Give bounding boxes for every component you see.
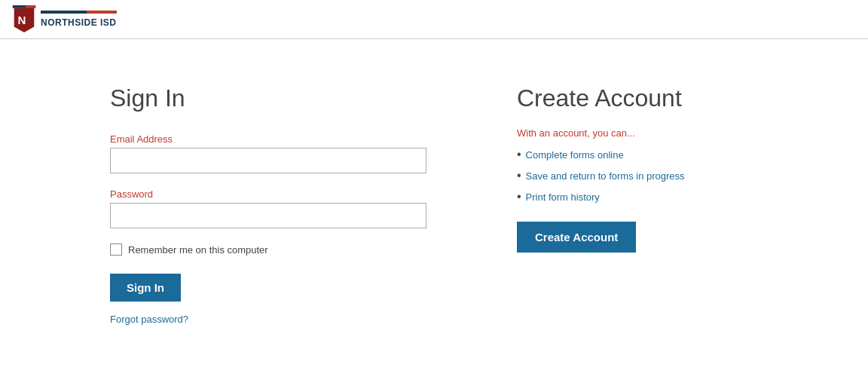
create-account-title: Create Account bbox=[517, 84, 758, 112]
signin-button[interactable]: Sign In bbox=[110, 274, 181, 302]
email-form-group: Email Address bbox=[110, 133, 426, 173]
feature-item-1: Complete forms online bbox=[517, 148, 758, 161]
feature-label-3: Print form history bbox=[526, 191, 600, 203]
svg-rect-1 bbox=[26, 5, 35, 8]
feature-label-2: Save and return to forms in progress bbox=[526, 170, 685, 182]
logo-text-block: NORTHSIDE ISD bbox=[41, 11, 117, 29]
main-content: Sign In Email Address Password Remember … bbox=[0, 39, 868, 392]
remember-checkbox[interactable] bbox=[110, 243, 122, 256]
features-list: Complete forms online Save and return to… bbox=[517, 148, 758, 204]
northside-isd-logo-icon: N bbox=[12, 5, 36, 34]
signin-title: Sign In bbox=[110, 84, 426, 112]
password-form-group: Password bbox=[110, 188, 426, 228]
create-account-button[interactable]: Create Account bbox=[517, 222, 636, 253]
password-label: Password bbox=[110, 188, 426, 200]
content-wrapper: Sign In Email Address Password Remember … bbox=[110, 84, 758, 325]
logo-bar bbox=[41, 11, 117, 14]
remember-me-row: Remember me on this computer bbox=[110, 243, 426, 256]
logo-container: N NORTHSIDE ISD bbox=[12, 5, 117, 34]
forgot-password-link[interactable]: Forgot password? bbox=[110, 314, 426, 325]
with-account-text: With an account, you can... bbox=[517, 127, 758, 139]
feature-label-1: Complete forms online bbox=[526, 149, 624, 161]
create-account-section: Create Account With an account, you can.… bbox=[517, 84, 758, 253]
remember-label: Remember me on this computer bbox=[128, 244, 268, 256]
app-header: N NORTHSIDE ISD bbox=[0, 0, 868, 39]
svg-text:N: N bbox=[17, 13, 26, 26]
password-input[interactable] bbox=[110, 203, 426, 228]
logo-text: NORTHSIDE ISD bbox=[41, 17, 117, 28]
feature-item-3: Print form history bbox=[517, 190, 758, 204]
signin-section: Sign In Email Address Password Remember … bbox=[110, 84, 426, 325]
email-label: Email Address bbox=[110, 133, 426, 145]
email-input[interactable] bbox=[110, 148, 426, 173]
feature-item-2: Save and return to forms in progress bbox=[517, 169, 758, 182]
